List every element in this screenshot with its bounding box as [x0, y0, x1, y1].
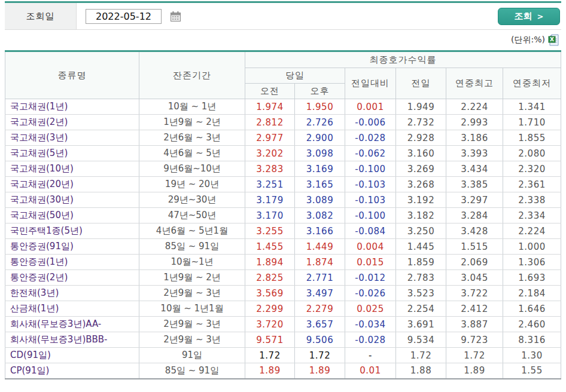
cell-pm-yield: 3.165: [295, 177, 345, 192]
cell-yearly-low: 1.000: [503, 239, 561, 255]
header-type-name: 종류명: [5, 51, 139, 99]
header-final-yield-group: 최종호가수익률: [245, 51, 561, 68]
table-row: 국고채권(10년)9년6월~10년3.2833.169-0.1003.2693.…: [5, 161, 561, 177]
cell-prev-day: 3.268: [396, 177, 446, 192]
cell-remaining-period: 19년 ~ 20년: [139, 177, 245, 192]
cell-type-name: 국고채권(5년): [5, 146, 139, 161]
cell-yearly-high: 3.393: [446, 146, 503, 161]
cell-diff-prev: -0.084: [345, 223, 396, 239]
cell-pm-yield: 3.089: [295, 192, 345, 208]
cell-diff-prev: 0.001: [345, 99, 396, 115]
excel-download-icon[interactable]: X: [548, 33, 561, 47]
cell-type-name: 한전채(3년): [5, 286, 139, 301]
units-row: (단위:%) X: [5, 30, 561, 50]
cell-am-yield: 1.894: [245, 255, 295, 270]
cell-am-yield: 2.825: [245, 270, 295, 286]
chevron-right-icon: >: [537, 12, 544, 21]
cell-diff-prev: -0.100: [345, 208, 396, 223]
table-row: 국고채권(3년)2년6월 ~ 3년2.9772.900-0.0282.9283.…: [5, 130, 561, 146]
cell-prev-day: 3.691: [396, 317, 446, 332]
date-field-group: [86, 9, 181, 24]
cell-diff-prev: -0.103: [345, 192, 396, 208]
header-remaining-period: 잔존기간: [139, 51, 245, 99]
table-row: 국고채권(5년)4년6월 ~ 5년3.2023.098-0.0623.1603.…: [5, 146, 561, 161]
cell-pm-yield: 3.169: [295, 161, 345, 177]
cell-diff-prev: 0.004: [345, 239, 396, 255]
cell-yearly-high: 3.186: [446, 130, 503, 146]
cell-pm-yield: 3.657: [295, 317, 345, 332]
cell-am-yield: 2.977: [245, 130, 295, 146]
header-yearly-high: 연중최고: [446, 68, 503, 99]
cell-pm-yield: 3.497: [295, 286, 345, 301]
cell-remaining-period: 10월~1년: [139, 255, 245, 270]
cell-prev-day: 3.269: [396, 161, 446, 177]
cell-am-yield: 2.812: [245, 115, 295, 130]
cell-prev-day: 2.928: [396, 130, 446, 146]
cell-diff-prev: -: [345, 348, 396, 363]
cell-yearly-low: 1.693: [503, 270, 561, 286]
cell-diff-prev: 0.015: [345, 255, 396, 270]
cell-yearly-high: 2.412: [446, 301, 503, 317]
cell-prev-day: 1.859: [396, 255, 446, 270]
cell-prev-day: 1.949: [396, 99, 446, 115]
table-row: CP(91일)85일 ~ 91일1.891.890.011.881.891.55: [5, 363, 561, 379]
cell-pm-yield: 1.874: [295, 255, 345, 270]
cell-yearly-high: 3.434: [446, 161, 503, 177]
cell-yearly-low: 1.30: [503, 348, 561, 363]
cell-yearly-high: 3.297: [446, 192, 503, 208]
table-row: 회사채(무보증3년)BBB-2년9월 ~ 3년9.5719.506-0.0289…: [5, 332, 561, 348]
cell-yearly-low: 1.306: [503, 255, 561, 270]
search-filter-bar: 조회일 조회 >: [5, 1, 561, 30]
cell-yearly-high: 3.385: [446, 177, 503, 192]
table-row: 국고채권(1년)10월 ~ 1년1.9741.9500.0011.9492.22…: [5, 99, 561, 115]
search-button[interactable]: 조회 >: [498, 8, 560, 25]
cell-prev-day: 3.523: [396, 286, 446, 301]
cell-pm-yield: 9.506: [295, 332, 345, 348]
cell-yearly-high: 2.069: [446, 255, 503, 270]
table-row: CD(91일)91일1.721.72-1.721.721.30: [5, 348, 561, 363]
cell-yearly-high: 3.045: [446, 270, 503, 286]
cell-yearly-high: 9.723: [446, 332, 503, 348]
cell-yearly-high: 1.72: [446, 348, 503, 363]
cell-yearly-low: 2.080: [503, 146, 561, 161]
bond-yield-page: 조회일 조회 > (단위:%): [0, 0, 566, 379]
cell-am-yield: 1.89: [245, 363, 295, 379]
cell-yearly-low: 2.338: [503, 192, 561, 208]
cell-remaining-period: 47년~50년: [139, 208, 245, 223]
cell-remaining-period: 85일 ~ 91일: [139, 363, 245, 379]
cell-remaining-period: 2년9월 ~ 3년: [139, 317, 245, 332]
inquiry-date-input[interactable]: [86, 9, 162, 24]
cell-prev-day: 3.250: [396, 223, 446, 239]
cell-yearly-high: 2.224: [446, 99, 503, 115]
cell-yearly-high: 1.89: [446, 363, 503, 379]
table-row: 회사채(무보증3년)AA-2년9월 ~ 3년3.7203.657-0.0343.…: [5, 317, 561, 332]
cell-yearly-low: 2.184: [503, 286, 561, 301]
cell-type-name: CP(91일): [5, 363, 139, 379]
cell-yearly-low: 2.224: [503, 223, 561, 239]
cell-am-yield: 3.569: [245, 286, 295, 301]
cell-am-yield: 1.72: [245, 348, 295, 363]
cell-diff-prev: -0.012: [345, 270, 396, 286]
cell-pm-yield: 1.449: [295, 239, 345, 255]
table-body: 국고채권(1년)10월 ~ 1년1.9741.9500.0011.9492.22…: [5, 99, 561, 379]
cell-remaining-period: 4년6월 ~ 5년1월: [139, 223, 245, 239]
cell-prev-day: 1.88: [396, 363, 446, 379]
cell-yearly-high: 2.993: [446, 115, 503, 130]
cell-type-name: 국고채권(20년): [5, 177, 139, 192]
cell-am-yield: 3.202: [245, 146, 295, 161]
cell-am-yield: 3.170: [245, 208, 295, 223]
cell-remaining-period: 29년~30년: [139, 192, 245, 208]
cell-remaining-period: 10월 ~ 1년1월: [139, 301, 245, 317]
cell-prev-day: 1.445: [396, 239, 446, 255]
bond-yield-table: 종류명 잔존기간 최종호가수익률 당일 전일대비 전일 연중최고 연중최저 오전…: [5, 50, 561, 379]
cell-remaining-period: 4년6월 ~ 5년: [139, 146, 245, 161]
calendar-icon[interactable]: [170, 11, 181, 22]
header-today-group: 당일: [245, 68, 345, 84]
cell-remaining-period: 2년9월 ~ 3년: [139, 286, 245, 301]
header-yearly-low: 연중최저: [503, 68, 561, 99]
table-row: 통안증권(1년)10월~1년1.8941.8740.0151.8592.0691…: [5, 255, 561, 270]
cell-yearly-high: 3.722: [446, 286, 503, 301]
cell-prev-day: 2.783: [396, 270, 446, 286]
cell-diff-prev: -0.034: [345, 317, 396, 332]
cell-type-name: 통안증권(2년): [5, 270, 139, 286]
